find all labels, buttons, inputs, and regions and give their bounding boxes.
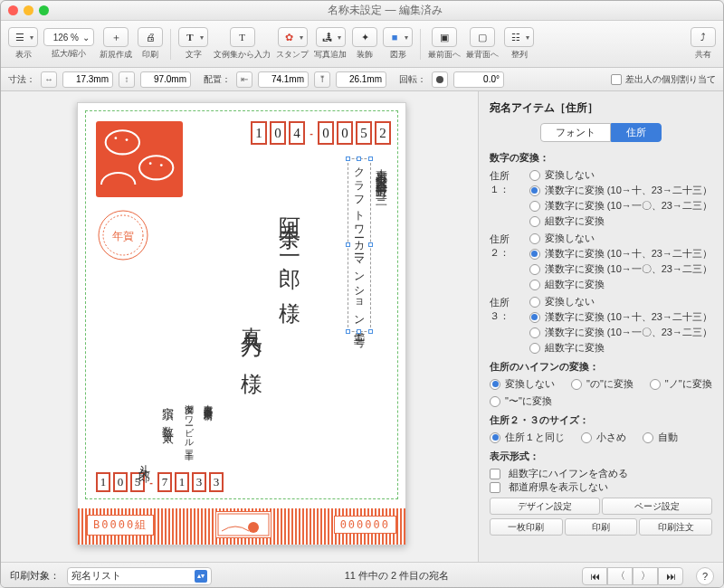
text-input-icon: T [235, 30, 250, 44]
send-back-button[interactable]: ▢ [470, 27, 495, 47]
numconv-option[interactable]: 組数字に変換 [529, 214, 712, 228]
sender-name-1[interactable]: 宗須 数音太 [157, 397, 177, 463]
size-option[interactable]: 小さめ [581, 431, 626, 444]
radio-icon [490, 432, 500, 443]
shape-button[interactable]: ■▾ [383, 27, 413, 47]
stamp-button[interactable]: ✿▾ [278, 27, 308, 47]
photo-button[interactable]: 🏞▾ [316, 27, 346, 47]
nav-first-button[interactable]: ⏮ [582, 567, 607, 585]
sender-addr-1[interactable]: 東京都港区港東新橋 [200, 397, 215, 463]
recipient-name-2[interactable]: 真久乃 様 [237, 201, 266, 361]
zip-digit[interactable]: 7 [157, 472, 172, 492]
new-button[interactable]: ＋ [103, 27, 129, 47]
text-button[interactable]: T▾ [178, 27, 208, 47]
radio-icon [529, 216, 540, 227]
recipient-address[interactable]: クラフトワーカーマンション七〇二三号 東京都中央区月島年賀町一ー二ー三 [348, 159, 391, 331]
pos-x-field[interactable] [258, 71, 309, 88]
hyphen-option[interactable]: 変換しない [490, 377, 555, 391]
rotation-field[interactable] [453, 71, 504, 88]
numconv-option[interactable]: 変換しない [529, 168, 712, 182]
bring-front-button[interactable]: ▣ [432, 27, 457, 47]
nav-last-button[interactable]: ⏭ [658, 567, 683, 585]
radio-icon [643, 432, 653, 443]
hyphen-option[interactable]: "の"に変換 [571, 377, 634, 391]
numconv-option[interactable]: 変換しない [529, 295, 712, 308]
recipient-names[interactable]: 真久乃 様 阿手奈 一郎 様 [237, 201, 304, 361]
photo-label: 写真追加 [314, 49, 347, 61]
view-button[interactable]: ☰▾ [8, 27, 38, 47]
hyphen-option[interactable]: "〜"に変換 [490, 394, 552, 408]
zip-digit[interactable]: 0 [270, 121, 286, 145]
width-field[interactable] [62, 71, 113, 88]
print-button[interactable]: 🖨 [138, 27, 163, 47]
radio-icon [529, 249, 540, 260]
help-button[interactable]: ? [696, 567, 714, 585]
individual-sender-checkbox[interactable]: 差出人の個別割り当て [611, 73, 716, 86]
panel-button[interactable]: 印刷 [565, 518, 638, 536]
send-back-icon: ▢ [475, 30, 490, 44]
hyphen-option[interactable]: "ノ"に変換 [650, 377, 712, 391]
share-button[interactable]: ⤴ [691, 27, 716, 47]
panel-button[interactable]: 印刷注文 [639, 518, 712, 536]
radio-icon [529, 297, 540, 308]
nav-prev-button[interactable]: 〈 [607, 567, 633, 585]
zip-digit[interactable]: 1 [96, 472, 110, 492]
nav-next-button[interactable]: 〉 [633, 567, 658, 585]
arrange-button[interactable]: ☷▾ [504, 27, 534, 47]
numconv-option[interactable]: 漢数字に変換 (10→一〇、23→二三） [529, 262, 712, 276]
numconv-option[interactable]: 漢数字に変換 (10→十、23→二十三） [529, 184, 712, 197]
zoom-field[interactable]: 126 %⌄ [43, 28, 94, 46]
sender-zip[interactable]: 105-7133 [96, 472, 224, 492]
size-option[interactable]: 自動 [643, 431, 678, 444]
stamp-art[interactable] [96, 121, 183, 197]
address-line-2[interactable]: クラフトワーカーマンション七〇二三号 [348, 159, 370, 331]
zip-digit[interactable]: 0 [337, 121, 353, 145]
sender-addr-2[interactable]: 潮留タワービル三十三 [181, 397, 196, 463]
postcard-canvas[interactable]: 年賀 104-0052 105-7133 クラフトワーカーマンション七〇二三号 … [77, 102, 406, 545]
zip-digit[interactable]: 0 [113, 472, 128, 492]
zip-digit[interactable]: 0 [318, 121, 334, 145]
numconv-option[interactable]: 漢数字に変換 (10→一〇、23→二三） [529, 326, 712, 339]
zip-digit[interactable]: 1 [175, 472, 189, 492]
deco-button[interactable]: ✦ [352, 27, 377, 47]
zip-digit[interactable]: 2 [375, 121, 391, 145]
text-input-button[interactable]: T [230, 27, 255, 47]
text-icon: T [183, 30, 197, 44]
display-option[interactable]: 都道府県を表示しない [490, 480, 712, 494]
close-window-button[interactable] [8, 5, 18, 15]
canvas-area[interactable]: 年賀 104-0052 105-7133 クラフトワーカーマンション七〇二三号 … [1, 91, 479, 562]
numconv-option[interactable]: 変換しない [529, 232, 712, 245]
tab-address[interactable]: 住所 [611, 123, 662, 142]
zip-digit[interactable]: 4 [289, 121, 305, 145]
sender-name-2[interactable]: 斗久郎 [134, 397, 154, 463]
numconv-option[interactable]: 漢数字に変換 (10→一〇、23→二三） [529, 199, 712, 213]
recipient-name-1[interactable]: 阿手奈 一郎 様 [275, 201, 304, 361]
zip-digit[interactable]: 5 [356, 121, 372, 145]
pos-y-field[interactable] [336, 71, 386, 88]
rotation-dial[interactable] [432, 71, 448, 88]
sender-block[interactable]: 斗久郎 宗須 数音太 潮留タワービル三十三 東京都港区港東新橋 [134, 397, 215, 463]
display-option[interactable]: 組数字にハイフンを含める [490, 467, 712, 480]
numconv-option[interactable]: 組数字に変換 [529, 278, 712, 291]
numconv-option[interactable]: 組数字に変換 [529, 341, 712, 355]
numconv-option[interactable]: 漢数字に変換 (10→十、23→二十三） [529, 310, 712, 324]
address-line-1[interactable]: 東京都中央区月島年賀町一ー二ー三 [371, 159, 391, 331]
panel-button[interactable]: デザイン設定 [490, 498, 600, 515]
radio-icon [490, 379, 500, 390]
panel-button[interactable]: 一枚印刷 [490, 518, 563, 536]
zip-digit[interactable]: 1 [251, 121, 267, 145]
panel-button[interactable]: ページ設定 [602, 498, 712, 515]
height-field[interactable] [140, 71, 191, 88]
tab-font[interactable]: フォント [540, 123, 611, 142]
recipient-zip[interactable]: 104-0052 [251, 121, 391, 145]
print-target-select[interactable]: 宛名リスト ▴▾ [67, 567, 212, 585]
numconv-option[interactable]: 漢数字に変換 (10→十、23→二十三） [529, 247, 712, 261]
zip-digit[interactable]: 5 [130, 472, 145, 492]
zoom-window-button[interactable] [39, 5, 49, 15]
minimize-window-button[interactable] [24, 5, 33, 15]
inspector-panel: 宛名アイテム［住所］ フォント 住所 数字の変換： 住所１：変換しない漢数字に変… [479, 91, 723, 562]
nenga-seal[interactable]: 年賀 [96, 208, 150, 262]
zip-digit[interactable]: 3 [192, 472, 206, 492]
zip-digit[interactable]: 3 [209, 472, 224, 492]
size-option[interactable]: 住所１と同じ [490, 431, 565, 444]
